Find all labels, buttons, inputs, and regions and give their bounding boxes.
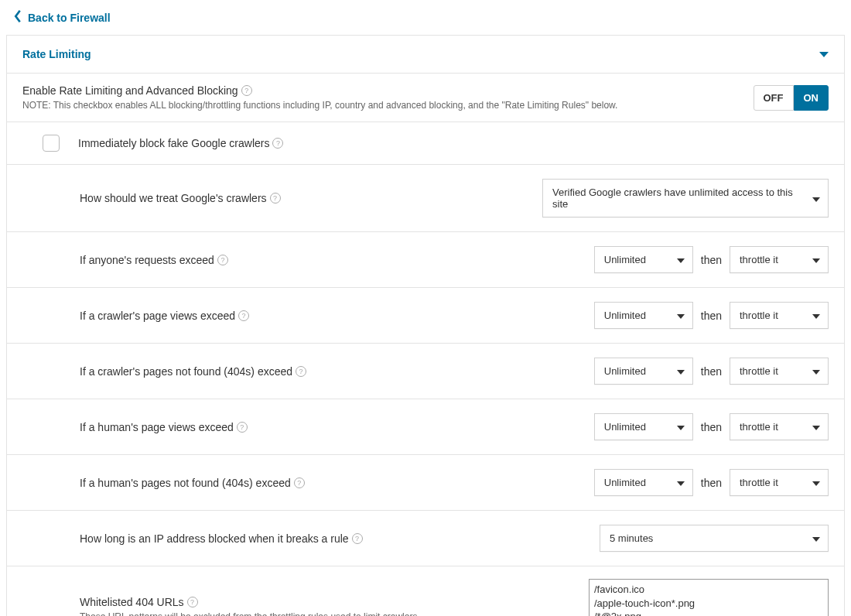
svg-marker-4 (677, 314, 685, 319)
caret-down-icon (677, 421, 685, 433)
block-duration-text: How long is an IP address blocked when i… (80, 532, 349, 545)
enable-text: Enable Rate Limiting and Advanced Blocki… (22, 84, 754, 111)
help-icon[interactable]: ? (352, 533, 363, 544)
rule-label-text: If a crawler's page views exceed (80, 310, 235, 322)
action-select[interactable]: throttle it (730, 413, 829, 440)
whitelist-textarea[interactable] (589, 579, 829, 616)
svg-marker-10 (677, 481, 685, 486)
limit-value: Unlimited (604, 310, 646, 321)
caret-down-icon (812, 254, 820, 265)
caret-down-icon (812, 421, 820, 433)
toggle-off-button[interactable]: OFF (754, 85, 794, 111)
caret-down-icon (812, 193, 820, 204)
action-select[interactable]: throttle it (730, 469, 829, 496)
rule-controls: Unlimited then throttle it (594, 302, 829, 329)
help-icon[interactable]: ? (296, 366, 306, 377)
svg-marker-11 (812, 481, 820, 486)
then-text: then (701, 254, 722, 266)
svg-marker-1 (812, 197, 820, 202)
action-value: throttle it (740, 421, 778, 433)
chevron-left-icon (12, 9, 23, 26)
help-icon[interactable]: ? (270, 193, 281, 204)
block-duration-value: 5 minutes (610, 532, 653, 544)
caret-down-icon (812, 365, 820, 377)
caret-down-icon (812, 477, 820, 488)
enable-toggle: OFF ON (754, 85, 829, 111)
limit-select[interactable]: Unlimited (594, 358, 693, 385)
svg-marker-7 (812, 370, 820, 375)
caret-down-icon (677, 477, 685, 488)
help-icon[interactable]: ? (237, 422, 248, 433)
rule-label: If a crawler's pages not found (404s) ex… (43, 365, 594, 378)
fake-google-text: Immediately block fake Google crawlers (78, 137, 269, 149)
rule-row-human-404: If a human's pages not found (404s) exce… (7, 455, 844, 511)
google-treat-select[interactable]: Verified Google crawlers have unlimited … (542, 179, 829, 217)
rule-label-text: If a crawler's pages not found (404s) ex… (80, 365, 292, 378)
rate-limiting-panel: Rate Limiting Enable Rate Limiting and A… (6, 35, 845, 616)
whitelist-label-col: Whitelisted 404 URLs ? These URL pattern… (43, 579, 589, 616)
limit-select[interactable]: Unlimited (594, 246, 693, 273)
action-value: throttle it (740, 477, 778, 488)
rule-label: If a human's pages not found (404s) exce… (43, 477, 594, 489)
then-text: then (701, 310, 722, 322)
caret-down-icon (812, 532, 820, 544)
rule-label-text: If anyone's requests exceed (80, 254, 214, 266)
help-icon[interactable]: ? (238, 310, 249, 321)
help-icon[interactable]: ? (241, 85, 252, 96)
panel-collapse-toggle[interactable] (819, 48, 829, 60)
rule-controls: Unlimited then throttle it (594, 358, 829, 385)
limit-select[interactable]: Unlimited (594, 469, 693, 496)
fake-google-checkbox[interactable] (43, 135, 60, 152)
limit-select[interactable]: Unlimited (594, 302, 693, 329)
then-text: then (701, 365, 722, 378)
svg-marker-2 (677, 258, 685, 263)
enable-row: Enable Rate Limiting and Advanced Blocki… (7, 74, 844, 122)
svg-marker-8 (677, 426, 685, 430)
back-link-label: Back to Firewall (28, 12, 111, 24)
caret-down-icon (812, 310, 820, 321)
action-select[interactable]: throttle it (730, 246, 829, 273)
action-select[interactable]: throttle it (730, 358, 829, 385)
fake-google-label: Immediately block fake Google crawlers ? (78, 137, 283, 149)
toggle-on-button[interactable]: ON (794, 85, 829, 111)
rule-label-text: If a human's page views exceed (80, 421, 234, 433)
help-icon[interactable]: ? (217, 255, 228, 265)
enable-note: NOTE: This checkbox enables ALL blocking… (22, 100, 754, 111)
google-treat-label: How should we treat Google's crawlers ? (43, 192, 542, 204)
svg-marker-9 (812, 426, 820, 430)
whitelist-note: These URL patterns will be excluded from… (80, 611, 589, 616)
svg-marker-5 (812, 314, 820, 319)
help-icon[interactable]: ? (272, 138, 283, 149)
then-text: then (701, 477, 722, 489)
caret-down-icon (677, 365, 685, 377)
svg-marker-6 (677, 370, 685, 375)
fake-google-row: Immediately block fake Google crawlers ? (7, 122, 844, 165)
limit-value: Unlimited (604, 365, 646, 377)
caret-down-icon (677, 310, 685, 321)
rule-label: If anyone's requests exceed ? (43, 254, 594, 266)
action-value: throttle it (740, 365, 778, 377)
limit-value: Unlimited (604, 477, 646, 488)
block-duration-select[interactable]: 5 minutes (600, 525, 829, 552)
limit-value: Unlimited (604, 421, 646, 433)
rule-controls: Unlimited then throttle it (594, 246, 829, 273)
help-icon[interactable]: ? (187, 597, 198, 607)
rule-row-crawler-views: If a crawler's page views exceed ? Unlim… (7, 288, 844, 344)
action-select[interactable]: throttle it (730, 302, 829, 329)
caret-down-icon (819, 48, 829, 60)
whitelist-row: Whitelisted 404 URLs ? These URL pattern… (7, 566, 844, 616)
enable-label: Enable Rate Limiting and Advanced Blocki… (22, 84, 252, 97)
whitelist-label-text: Whitelisted 404 URLs (80, 596, 184, 608)
enable-label-text: Enable Rate Limiting and Advanced Blocki… (22, 84, 238, 97)
back-to-firewall-link[interactable]: Back to Firewall (0, 0, 851, 35)
svg-marker-12 (812, 537, 820, 542)
limit-select[interactable]: Unlimited (594, 413, 693, 440)
help-icon[interactable]: ? (294, 477, 305, 488)
block-duration-label: How long is an IP address blocked when i… (43, 532, 600, 545)
panel-title: Rate Limiting (22, 48, 91, 60)
svg-marker-0 (819, 52, 829, 57)
rule-label-text: If a human's pages not found (404s) exce… (80, 477, 291, 489)
rule-row-human-views: If a human's page views exceed ? Unlimit… (7, 399, 844, 455)
caret-down-icon (677, 254, 685, 265)
panel-header: Rate Limiting (7, 36, 844, 74)
